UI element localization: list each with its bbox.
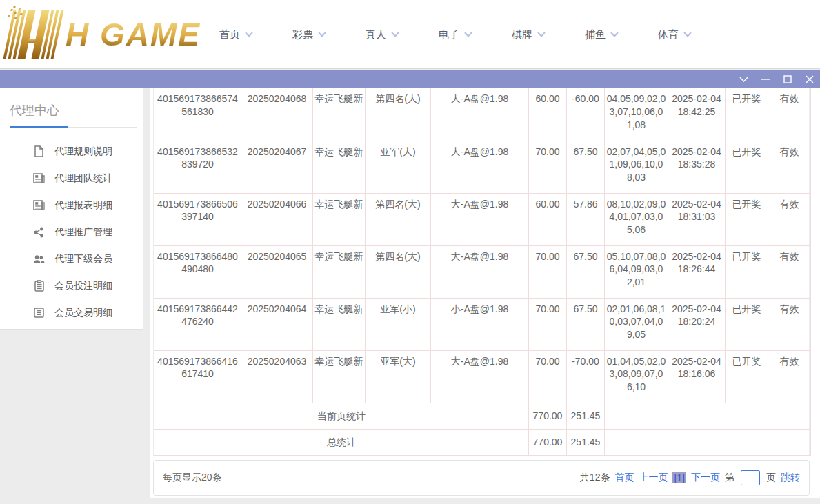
brand-logo: H GAME [8, 8, 201, 61]
chevron-down-icon [391, 32, 399, 37]
cell-result: 67.50 [567, 298, 605, 350]
cell-amount: 70.00 [529, 298, 567, 350]
cell-order: 401569173866532839720 [154, 141, 241, 193]
cell-order: 401569173866442476240 [154, 298, 241, 350]
nav-item-3[interactable]: 真人 [366, 28, 399, 41]
cell-amount: 70.00 [529, 350, 567, 403]
cell-status: 已开奖 [726, 298, 768, 350]
cell-result: 57.86 [567, 193, 605, 245]
sidebar-title-divider [10, 127, 137, 128]
cell-amount: 60.00 [529, 193, 567, 245]
table-row: 40156917386650639714020250204066幸运飞艇新第四名… [154, 193, 811, 245]
jump-prefix-label: 第 [725, 472, 734, 484]
prev-page-link[interactable]: 上一页 [639, 472, 668, 484]
cell-valid: 有效 [768, 141, 811, 193]
cell-play: 亚军(大) [366, 350, 431, 403]
cell-odds: 大-A盘@1.98 [431, 141, 529, 193]
minimize-icon[interactable] [761, 74, 770, 84]
sidebar-item-5[interactable]: 代理下级会员 [0, 245, 143, 272]
cell-play: 第四名(大) [366, 193, 431, 245]
sidebar-item-1[interactable]: 代理规则说明 [0, 138, 143, 165]
cell-order: 401569173866574561830 [154, 88, 241, 141]
site-header: H GAME 首页彩票真人电子棋牌捕鱼体育 [0, 0, 820, 69]
nav-item-1[interactable]: 首页 [219, 28, 253, 41]
nav-item-label: 首页 [219, 28, 240, 41]
first-page-link[interactable]: 首页 [614, 472, 634, 484]
main-content: 40156917386657456183020250204068幸运飞艇新第四名… [150, 88, 820, 498]
list-icon [33, 307, 45, 319]
nav-item-label: 彩票 [292, 28, 313, 41]
cell-play: 亚军(小) [366, 298, 431, 350]
cell-numbers: 05,10,07,08,06,04,09,03,02,01 [605, 245, 668, 298]
cell-status: 已开奖 [726, 141, 768, 193]
summary-label: 当前页统计 [154, 403, 529, 429]
cell-order: 401569173866506397140 [154, 193, 241, 245]
cell-period: 20250204067 [241, 141, 313, 193]
maximize-icon[interactable] [783, 74, 792, 84]
share-icon [33, 226, 45, 238]
cell-time: 2025-02-04 18:31:03 [668, 193, 726, 245]
table-row: 40156917386653283972020250204067幸运飞艇新亚军(… [154, 141, 811, 193]
table-row: 40156917386644247624020250204064幸运飞艇新亚军(… [154, 298, 811, 350]
close-icon[interactable] [805, 74, 814, 84]
cell-play: 第四名(大) [366, 245, 431, 298]
chevron-down-icon [245, 32, 253, 37]
collapse-chevron-icon[interactable] [739, 74, 748, 84]
window-controls [739, 70, 814, 88]
cell-period: 20250204066 [241, 193, 313, 245]
sidebar-item-7[interactable]: 会员交易明细 [0, 299, 143, 326]
cell-game: 幸运飞艇新 [313, 298, 366, 350]
chevron-down-icon [610, 32, 619, 37]
next-page-link[interactable]: 下一页 [691, 472, 720, 484]
pagination-controls: 共12条 首页 上一页 [1] 下一页 第 页 跳转 [580, 470, 800, 485]
logo-text: H GAME [66, 16, 201, 53]
cell-game: 幸运飞艇新 [313, 88, 366, 141]
nav-item-6[interactable]: 捕鱼 [585, 28, 619, 41]
cell-order: 401569173866480490480 [154, 245, 241, 298]
sidebar-item-label: 代理团队统计 [54, 172, 112, 185]
sidebar-item-6[interactable]: 会员投注明细 [0, 272, 143, 299]
cell-game: 幸运飞艇新 [313, 141, 366, 193]
app-window: H GAME 首页彩票真人电子棋牌捕鱼体育 代理中心 代理规则说明代理团队统计代… [0, 0, 820, 504]
jump-link[interactable]: 跳转 [781, 472, 800, 484]
nav-item-5[interactable]: 棋牌 [512, 28, 546, 41]
nav-item-7[interactable]: 体育 [658, 28, 692, 41]
cell-odds: 大-A盘@1.98 [431, 350, 529, 403]
sidebar-item-4[interactable]: 代理推广管理 [0, 219, 143, 245]
page-jump-input[interactable] [741, 470, 760, 485]
chevron-down-icon [537, 32, 546, 37]
bet-table: 40156917386657456183020250204068幸运飞艇新第四名… [154, 88, 811, 456]
summary-row: 当前页统计770.00251.45 [154, 403, 811, 429]
sidebar-item-label: 代理报表明细 [54, 199, 112, 212]
sidebar-item-label: 代理规则说明 [54, 145, 112, 158]
cell-odds: 大-A盘@1.98 [431, 88, 529, 141]
cell-valid: 有效 [768, 298, 811, 350]
cell-time: 2025-02-04 18:26:44 [668, 245, 726, 298]
summary-empty [605, 403, 811, 429]
cell-period: 20250204065 [241, 245, 313, 298]
cell-time: 2025-02-04 18:35:28 [668, 141, 726, 193]
users-icon [33, 253, 45, 265]
jump-suffix-label: 页 [766, 472, 776, 484]
per-page-label: 每页显示20条 [163, 472, 222, 484]
chevron-down-icon [683, 32, 692, 37]
cell-time: 2025-02-04 18:42:25 [668, 88, 726, 141]
sidebar-item-label: 代理推广管理 [54, 226, 112, 239]
sidebar-item-3[interactable]: 代理报表明细 [0, 192, 143, 219]
cell-game: 幸运飞艇新 [313, 245, 366, 298]
table-row: 40156917386648049048020250204065幸运飞艇新第四名… [154, 245, 811, 298]
summary-result: 251.45 [567, 429, 605, 455]
table-row: 40156917386657456183020250204068幸运飞艇新第四名… [154, 88, 811, 141]
sparkle-dots-icon [10, 9, 13, 11]
sidebar: 代理中心 代理规则说明代理团队统计代理报表明细代理推广管理代理下级会员会员投注明… [0, 88, 143, 330]
summary-result: 251.45 [567, 403, 605, 429]
cell-odds: 大-A盘@1.98 [431, 245, 529, 298]
sidebar-item-2[interactable]: 代理团队统计 [0, 165, 143, 192]
summary-label: 总统计 [154, 429, 529, 455]
nav-item-4[interactable]: 电子 [439, 28, 472, 41]
table-row: 40156917386641661741020250204063幸运飞艇新亚军(… [154, 350, 811, 403]
nav-item-2[interactable]: 彩票 [292, 28, 326, 41]
news-icon [33, 199, 45, 211]
cell-odds: 大-A盘@1.98 [431, 193, 529, 245]
current-page-indicator: [1] [672, 472, 686, 483]
